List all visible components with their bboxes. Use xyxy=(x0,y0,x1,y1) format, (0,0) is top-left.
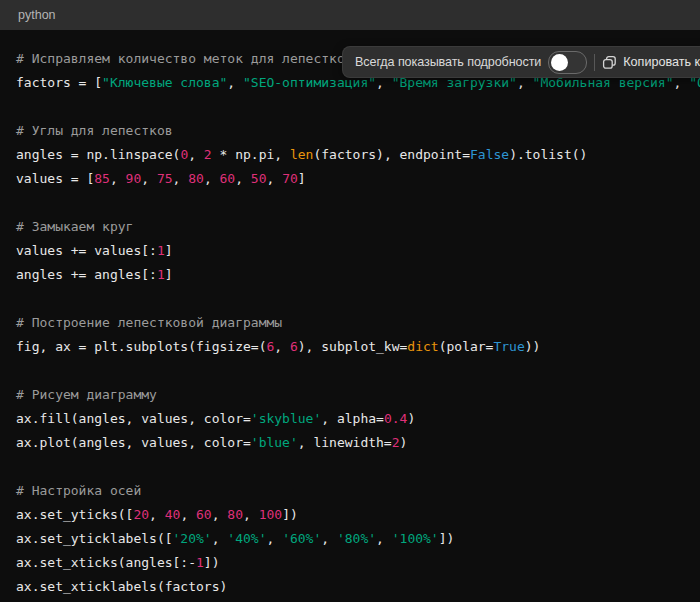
code-line: ax.set_xticks(angles[:-1]) xyxy=(16,551,700,575)
code-line: angles += angles[:1] xyxy=(16,263,700,287)
code-line xyxy=(16,191,700,215)
code-line: # Настройка осей xyxy=(16,479,700,503)
code-line: # Углы для лепестков xyxy=(16,119,700,143)
code-area: # Исправляем количество меток для лепест… xyxy=(0,30,700,599)
code-line xyxy=(16,287,700,311)
always-show-details-label: Всегда показывать подробности xyxy=(355,55,541,69)
code-block: python # Исправляем количество меток для… xyxy=(0,0,700,602)
language-label: python xyxy=(18,8,56,22)
code-line: ax.set_yticks([20, 40, 60, 80, 100]) xyxy=(16,503,700,527)
code-line xyxy=(16,359,700,383)
code-toolbar: Всегда показывать подробности Копировать… xyxy=(342,46,700,78)
copy-code-label: Копировать код xyxy=(623,55,700,69)
toolbar-divider xyxy=(594,54,595,71)
copy-code-button[interactable]: Копировать код xyxy=(602,55,700,70)
code-block-header: python xyxy=(0,0,700,30)
code-line: ax.set_xticklabels(factors) xyxy=(16,575,700,599)
code-line: values += values[:1] xyxy=(16,239,700,263)
code-line: ax.fill(angles, values, color='skyblue',… xyxy=(16,407,700,431)
toggle-knob-icon xyxy=(551,54,568,71)
code-line: angles = np.linspace(0, 2 * np.pi, len(f… xyxy=(16,143,700,167)
copy-icon xyxy=(602,55,617,70)
code-line xyxy=(16,455,700,479)
code-line xyxy=(16,95,700,119)
code-line: # Рисуем диаграмму xyxy=(16,383,700,407)
code-line: ax.plot(angles, values, color='blue', li… xyxy=(16,431,700,455)
details-toggle[interactable] xyxy=(548,51,587,74)
code-line: ax.set_yticklabels(['20%', '40%', '60%',… xyxy=(16,527,700,551)
code-line: # Построение лепестковой диаграммы xyxy=(16,311,700,335)
code-line: # Замыкаем круг xyxy=(16,215,700,239)
code-line: fig, ax = plt.subplots(figsize=(6, 6), s… xyxy=(16,335,700,359)
code-line: values = [85, 90, 75, 80, 60, 50, 70] xyxy=(16,167,700,191)
